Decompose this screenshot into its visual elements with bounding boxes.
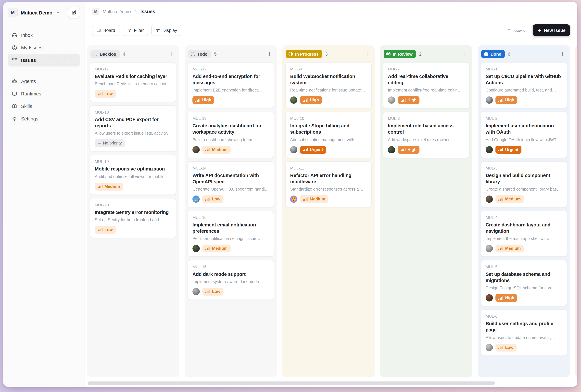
issue-card-footer: High <box>290 96 367 104</box>
priority-badge: Low <box>496 344 516 351</box>
chevron-down-icon[interactable] <box>56 10 60 14</box>
sidebar-item-skills[interactable]: Skills <box>8 100 80 112</box>
priority-badge: High <box>496 96 517 104</box>
funnel-icon <box>127 28 132 32</box>
workspace-avatar[interactable]: M <box>8 8 18 18</box>
priority-bars-icon <box>499 346 503 349</box>
sliders-icon <box>156 28 160 32</box>
issue-card[interactable]: MUL-12 Add end-to-end encryption for mes… <box>187 62 274 108</box>
new-issue-label: New Issue <box>544 28 566 33</box>
column-add-button[interactable] <box>559 50 567 58</box>
status-pill-in-progress: In Progress <box>286 50 322 58</box>
column-count: 3 <box>325 52 328 56</box>
monitor-icon <box>11 91 17 97</box>
issue-card[interactable]: MUL-10 Integrate Stripe billing and subs… <box>285 112 372 158</box>
assignee-avatar <box>388 96 395 104</box>
sidebar-item-runtimes[interactable]: Runtimes <box>8 88 80 100</box>
new-issue-button[interactable]: New Issue <box>533 24 570 36</box>
issue-card[interactable]: MUL-14 Write API documentation with Open… <box>187 161 274 207</box>
sidebar-item-label: Settings <box>21 116 38 122</box>
breadcrumb-workspace-avatar[interactable]: M <box>92 8 99 15</box>
column-header: Done 6 <box>481 49 567 59</box>
column-count: 6 <box>508 52 510 56</box>
workspace-name[interactable]: Multica Demo <box>21 10 52 15</box>
sidebar-item-issues[interactable]: Issues <box>8 54 80 66</box>
column-menu-button[interactable] <box>157 50 165 58</box>
column-menu-button[interactable] <box>353 50 361 58</box>
priority-label: High <box>505 296 514 300</box>
column-menu-button[interactable] <box>548 50 556 58</box>
assignee-avatar <box>388 146 395 153</box>
issue-card-footer: High <box>388 96 465 104</box>
sidebar-item-settings[interactable]: Settings <box>8 112 80 125</box>
issue-id: MUL-12 <box>192 67 269 72</box>
board-view-button[interactable]: Board <box>92 25 119 36</box>
issue-card[interactable]: MUL-11 Refactor API error handling middl… <box>285 161 372 207</box>
issue-card[interactable]: MUL-17 Evaluate Redis for caching layer … <box>90 62 176 102</box>
issue-title: Integrate Stripe billing and subscriptio… <box>290 123 367 136</box>
priority-label: Medium <box>505 197 521 202</box>
priority-badge: High <box>300 96 322 104</box>
breadcrumb-workspace[interactable]: Multica Demo <box>103 9 131 14</box>
issue-card[interactable]: MUL-15 Implement email notification pref… <box>187 211 274 257</box>
issue-card[interactable]: MUL-6 Build user settings and profile pa… <box>481 310 567 356</box>
column-add-button[interactable] <box>168 50 176 58</box>
issue-title: Design and build component library <box>486 172 562 185</box>
issue-title: Add end-to-end encryption for messages <box>192 74 269 86</box>
issue-card[interactable]: MUL-3 Design and build component library… <box>481 161 567 207</box>
issue-card[interactable]: MUL-2 Implement user authentication with… <box>481 112 567 158</box>
issue-card[interactable]: MUL-8 Implement role-based access contro… <box>383 112 470 158</box>
assignee-avatar <box>192 288 200 295</box>
priority-bars-icon <box>401 98 406 102</box>
priority-bars-icon <box>303 148 308 152</box>
column-add-button[interactable] <box>265 50 273 58</box>
priority-badge: Low <box>95 226 116 234</box>
compose-new-issue-button[interactable] <box>68 6 80 18</box>
status-pill-backlog: Backlog <box>90 50 120 58</box>
issue-card[interactable]: MUL-9 Build WebSocket notification syste… <box>285 62 372 108</box>
issue-card[interactable]: MUL-20 Integrate Sentry error monitoring… <box>90 198 176 238</box>
inbox-icon <box>11 32 17 38</box>
issue-card-footer: No priority <box>95 140 171 147</box>
column-next-partial <box>576 46 578 377</box>
issue-card-footer: Low <box>192 288 269 296</box>
issues-count: 21 Issues <box>507 28 525 33</box>
column-menu-button[interactable] <box>450 50 458 58</box>
app-window: M Multica Demo Inbox My Issues <box>3 2 578 387</box>
assignee-avatar <box>486 344 493 351</box>
issue-card[interactable]: MUL-5 Set up database schema and migrati… <box>481 260 567 306</box>
display-button[interactable]: Display <box>151 25 181 36</box>
priority-bars-icon <box>303 197 308 201</box>
priority-bars-icon <box>205 247 210 250</box>
filter-button[interactable]: Filter <box>123 25 148 36</box>
issue-id: MUL-15 <box>192 215 269 220</box>
priority-bars-icon <box>401 148 406 152</box>
sidebar-item-my-issues[interactable]: My Issues <box>8 42 80 54</box>
priority-label: Medium <box>104 184 120 189</box>
issue-card[interactable]: MUL-7 Add real-time collaborative editin… <box>383 62 470 108</box>
breadcrumb-page: Issues <box>140 9 155 14</box>
horizontal-scrollbar-thumb[interactable] <box>87 382 495 385</box>
issue-card[interactable]: MUL-19 Mobile responsive optimization Au… <box>90 155 176 195</box>
issue-card[interactable]: MUL-1 Set up CI/CD pipeline with GitHub … <box>481 62 567 108</box>
issue-card-footer: Low <box>95 90 171 98</box>
assignee-avatar <box>486 294 493 302</box>
sidebar-item-agents[interactable]: Agents <box>8 75 80 88</box>
column-add-button[interactable] <box>363 50 371 58</box>
priority-label: Low <box>104 227 113 232</box>
issue-card[interactable]: MUL-13 Create analytics dashboard for wo… <box>187 112 274 158</box>
status-pill-todo: Todo <box>188 50 211 58</box>
priority-badge: Low <box>202 195 223 203</box>
column-add-button[interactable] <box>461 50 469 58</box>
desktop-background: M Multica Demo Inbox My Issues <box>0 0 581 392</box>
issue-card[interactable]: MUL-18 Add CSV and PDF export for report… <box>90 105 176 152</box>
issue-title: Implement email notification preferences <box>192 222 269 234</box>
issue-card-footer: Low <box>486 344 562 351</box>
priority-bars-icon <box>303 98 308 102</box>
issue-card[interactable]: MUL-4 Create dashboard layout and naviga… <box>481 211 567 257</box>
sidebar-item-inbox[interactable]: Inbox <box>8 29 80 42</box>
issue-card[interactable]: MUL-16 Add dark mode support Implement s… <box>187 260 274 300</box>
issue-id: MUL-11 <box>290 166 367 170</box>
issue-title: Build user settings and profile page <box>486 321 562 334</box>
column-menu-button[interactable] <box>255 50 263 58</box>
